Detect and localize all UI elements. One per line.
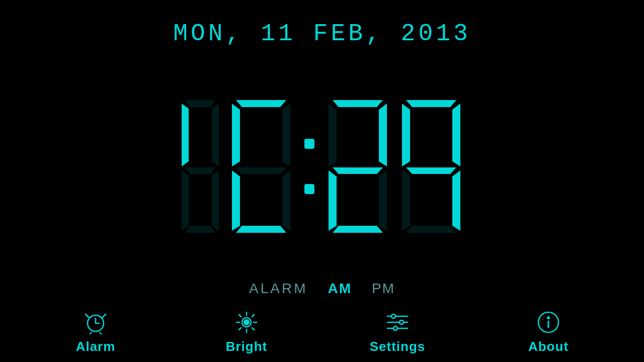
alarm-nav-label: Alarm — [76, 339, 116, 354]
svg-rect-15 — [304, 184, 314, 194]
svg-marker-4 — [182, 170, 189, 231]
nav-settings[interactable]: Settings — [352, 310, 443, 354]
am-label[interactable]: AM — [328, 281, 352, 297]
svg-marker-9 — [282, 104, 290, 166]
svg-marker-8 — [232, 104, 240, 166]
clock-area — [0, 37, 644, 296]
svg-line-45 — [252, 315, 254, 317]
nav-about[interactable]: About — [503, 310, 594, 354]
svg-point-55 — [547, 317, 549, 319]
svg-line-34 — [103, 314, 106, 317]
svg-line-43 — [239, 315, 241, 317]
svg-point-52 — [393, 326, 397, 330]
svg-marker-20 — [329, 170, 337, 231]
svg-marker-10 — [236, 167, 286, 174]
svg-marker-29 — [406, 226, 456, 233]
svg-line-35 — [90, 332, 92, 334]
clock-digits — [178, 96, 466, 237]
svg-point-50 — [391, 314, 395, 318]
svg-line-46 — [239, 328, 241, 330]
info-icon — [536, 310, 561, 335]
svg-marker-13 — [236, 226, 286, 233]
bottom-nav: Alarm Bright — [0, 302, 644, 362]
alarm-ampm-row: ALARM AM PM — [249, 281, 395, 297]
svg-marker-2 — [212, 104, 219, 166]
svg-marker-25 — [452, 104, 460, 166]
about-nav-label: About — [528, 339, 569, 354]
svg-marker-21 — [379, 170, 387, 231]
brightness-icon — [234, 310, 259, 335]
svg-marker-19 — [333, 167, 383, 174]
svg-marker-5 — [212, 170, 219, 231]
svg-line-44 — [252, 328, 254, 330]
svg-rect-14 — [304, 139, 314, 149]
svg-marker-17 — [329, 104, 337, 166]
svg-marker-24 — [402, 104, 410, 166]
svg-marker-27 — [402, 170, 410, 231]
svg-marker-3 — [185, 167, 215, 174]
nav-alarm[interactable]: Alarm — [50, 310, 141, 354]
alarm-clock-icon — [83, 310, 108, 335]
svg-line-33 — [86, 314, 89, 317]
svg-point-51 — [399, 320, 404, 324]
svg-marker-26 — [406, 167, 456, 174]
settings-sliders-icon — [385, 310, 410, 335]
svg-point-38 — [244, 320, 249, 325]
settings-nav-label: Settings — [370, 339, 426, 354]
pm-label[interactable]: PM — [372, 281, 395, 297]
digit-1 — [178, 96, 223, 237]
svg-marker-28 — [452, 170, 460, 231]
svg-marker-12 — [282, 170, 290, 231]
svg-marker-18 — [379, 104, 387, 166]
colon — [299, 96, 319, 237]
svg-marker-23 — [406, 100, 456, 107]
nav-bright[interactable]: Bright — [201, 310, 292, 354]
digit-2 — [323, 96, 393, 237]
bright-nav-label: Bright — [226, 339, 268, 354]
svg-marker-1 — [182, 104, 189, 166]
svg-marker-6 — [185, 226, 215, 233]
svg-marker-16 — [333, 100, 383, 107]
digit-9 — [396, 96, 466, 237]
digit-0 — [226, 96, 296, 237]
alarm-label: ALARM — [249, 281, 307, 297]
svg-marker-7 — [236, 100, 286, 107]
svg-marker-11 — [232, 170, 240, 231]
svg-marker-22 — [333, 226, 383, 233]
svg-line-36 — [100, 332, 102, 334]
svg-marker-0 — [185, 100, 215, 107]
